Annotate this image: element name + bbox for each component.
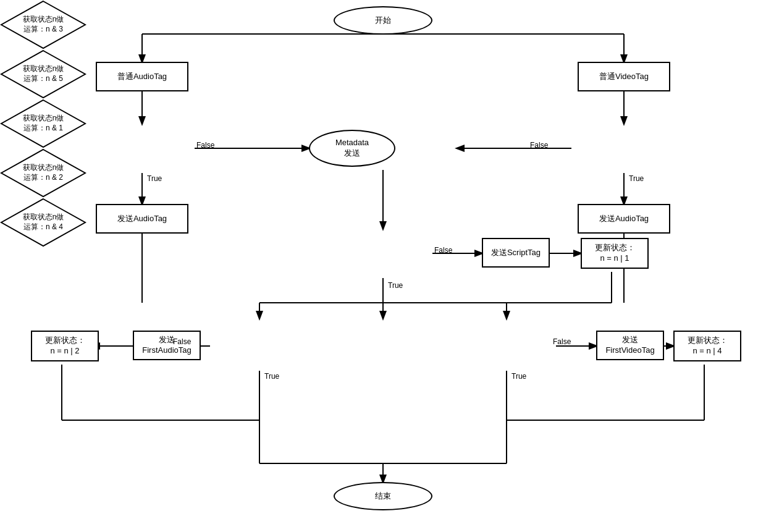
check-n4-node: 获取状态n做运算：n & 4 xyxy=(0,198,86,247)
update-n2-node: 更新状态： n = n | 2 xyxy=(31,331,99,361)
send-audio-tag-node: 发送AudioTag xyxy=(96,204,188,234)
label-n1-true: True xyxy=(388,281,403,290)
metadata-node: Metadata 发送 xyxy=(309,130,395,167)
send-first-video-node: 发送 FirstVideoTag xyxy=(596,331,664,360)
end-node: 结束 xyxy=(334,482,432,510)
check-n3-node: 获取状态n做运算：n & 3 xyxy=(0,0,86,49)
label-n1-false: False xyxy=(434,246,452,255)
video-tag-node: 普通VideoTag xyxy=(578,62,670,91)
check-n2-node: 获取状态n做运算：n & 2 xyxy=(0,148,86,198)
send-audio-tag2-node: 发送AudioTag xyxy=(578,204,670,234)
audio-tag-node: 普通AudioTag xyxy=(96,62,188,91)
start-node: 开始 xyxy=(334,6,432,35)
label-n5-true: True xyxy=(629,174,644,183)
send-script-node: 发送ScriptTag xyxy=(482,238,550,268)
flowchart: 开始 普通AudioTag 普通VideoTag 获取状态n做运算：n & 3 … xyxy=(0,0,766,532)
label-n3-true: True xyxy=(147,174,162,183)
update-n4-node: 更新状态： n = n | 4 xyxy=(673,331,741,361)
label-n3-false: False xyxy=(196,141,214,150)
check-n5-node: 获取状态n做运算：n & 5 xyxy=(0,49,86,99)
label-n4-false: False xyxy=(553,337,571,346)
send-first-audio-node: 发送 FirstAudioTag xyxy=(133,331,201,360)
update-n1-node: 更新状态： n = n | 1 xyxy=(581,238,649,269)
check-n1-node: 获取状态n做运算：n & 1 xyxy=(0,99,86,148)
label-n4-true: True xyxy=(511,372,526,381)
label-n2-true: True xyxy=(264,372,279,381)
label-n5-false: False xyxy=(530,141,548,150)
